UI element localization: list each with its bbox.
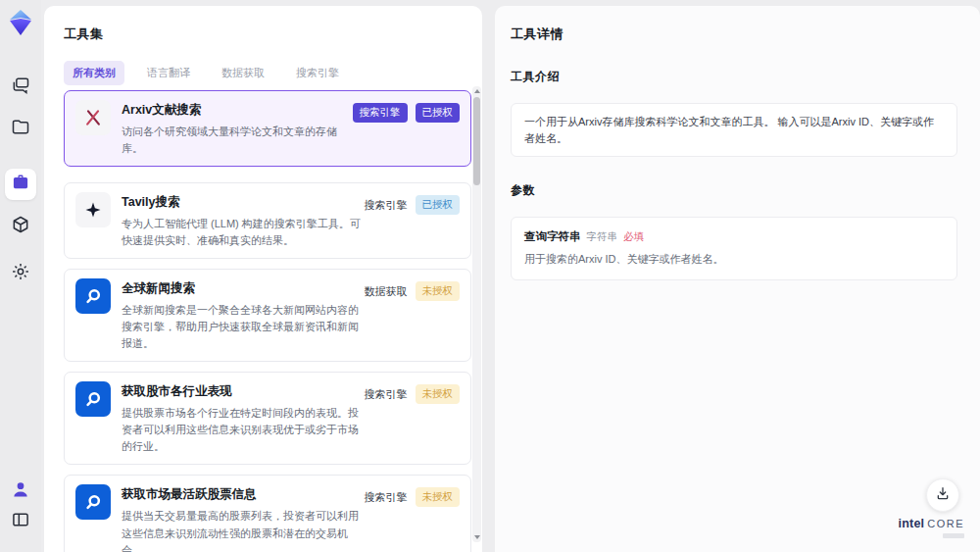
tab-all-categories[interactable]: 所有类别 bbox=[64, 61, 124, 85]
page-title: 工具集 bbox=[64, 25, 104, 43]
param-description: 用于搜索的Arxiv ID、关键字或作者姓名。 bbox=[524, 252, 944, 267]
blue-magnifier-icon bbox=[75, 484, 111, 520]
intro-text: 一个用于从Arxiv存储库搜索科学论文和文章的工具。 输入可以是Arxiv ID… bbox=[524, 114, 944, 146]
intel-core-logo: intelCORE bbox=[899, 515, 964, 538]
blue-magnifier-icon bbox=[75, 278, 111, 314]
param-name: 查询字符串 bbox=[524, 229, 581, 244]
tool-card-tavily[interactable]: Tavily搜索 专为人工智能代理 (LLM) 构建的搜索引擎工具。可快速提供实… bbox=[64, 182, 471, 259]
sidebar-rail bbox=[0, 0, 41, 552]
category-badge: 搜索引擎 bbox=[353, 103, 408, 123]
scrollbar-down-arrow-icon[interactable] bbox=[474, 535, 480, 539]
tool-name: 全球新闻搜索 bbox=[122, 280, 365, 297]
toolbox-icon bbox=[11, 173, 30, 196]
param-box: 查询字符串 字符串 必填 用于搜索的Arxiv ID、关键字或作者姓名。 bbox=[511, 217, 957, 280]
category-label: 搜索引擎 bbox=[365, 384, 408, 405]
chat-icon bbox=[11, 75, 30, 95]
tool-list: Arxiv文献搜索 访问各个研究领域大量科学论文和文章的存储库。 搜索引擎 已授… bbox=[64, 90, 471, 552]
tab-data-fetching[interactable]: 数据获取 bbox=[213, 61, 273, 85]
list-scrollbar[interactable] bbox=[472, 86, 481, 542]
category-label: 搜索引擎 bbox=[365, 487, 408, 508]
cube-icon bbox=[11, 215, 30, 234]
scrollbar-up-arrow-icon[interactable] bbox=[474, 89, 480, 93]
status-badge: 未授权 bbox=[416, 487, 461, 507]
category-label: 数据获取 bbox=[365, 281, 408, 302]
category-label: 搜索引擎 bbox=[365, 195, 408, 216]
tool-card-arxiv[interactable]: Arxiv文献搜索 访问各个研究领域大量科学论文和文章的存储库。 搜索引擎 已授… bbox=[64, 90, 471, 167]
sidebar-item-tools[interactable] bbox=[5, 169, 36, 200]
scrollbar-thumb[interactable] bbox=[473, 97, 480, 185]
sidebar-item-files[interactable] bbox=[10, 116, 31, 137]
sparkle-star-icon bbox=[75, 192, 111, 227]
status-badge: 未授权 bbox=[416, 384, 461, 404]
status-badge: 已授权 bbox=[416, 195, 461, 215]
category-tabs: 所有类别 语言翻译 数据获取 搜索引擎 bbox=[64, 61, 348, 85]
app-logo-icon[interactable] bbox=[8, 8, 33, 41]
tool-name: Tavily搜索 bbox=[122, 194, 365, 211]
tool-name: 获取市场最活跃股票信息 bbox=[122, 486, 365, 503]
sidebar-item-settings[interactable] bbox=[10, 261, 31, 282]
user-icon bbox=[11, 479, 30, 499]
arxiv-logo-icon bbox=[75, 100, 111, 135]
panel-layout-icon bbox=[11, 510, 30, 529]
tool-card-stock-sectors[interactable]: 获取股市各行业表现 提供股票市场各个行业在特定时间段内的表现。投资者可以利用这些… bbox=[64, 372, 471, 465]
intro-heading: 工具介绍 bbox=[511, 69, 957, 85]
params-heading: 参数 bbox=[511, 182, 957, 199]
sidebar-item-account[interactable] bbox=[10, 478, 31, 500]
tab-search-engine[interactable]: 搜索引擎 bbox=[287, 61, 348, 85]
intro-box: 一个用于从Arxiv存储库搜索科学论文和文章的工具。 输入可以是Arxiv ID… bbox=[511, 103, 957, 157]
core-brand-text: CORE bbox=[927, 518, 964, 529]
tool-description: 提供股票市场各个行业在特定时间段内的表现。投资者可以利用这些信息来识别表现优于或… bbox=[122, 405, 363, 455]
tool-description: 访问各个研究领域大量科学论文和文章的存储库。 bbox=[122, 124, 353, 157]
intel-brand-text: intel bbox=[899, 517, 925, 530]
param-type: 字符串 bbox=[587, 230, 618, 244]
sidebar-item-chat[interactable] bbox=[10, 75, 31, 96]
folder-icon bbox=[11, 117, 30, 136]
status-badge: 未授权 bbox=[416, 281, 461, 301]
blue-magnifier-icon bbox=[75, 381, 111, 417]
tool-description: 专为人工智能代理 (LLM) 构建的搜索引擎工具。可快速提供实时、准确和真实的结… bbox=[122, 216, 363, 249]
param-required-flag: 必填 bbox=[623, 230, 644, 244]
intel-sub-badge bbox=[943, 533, 964, 538]
tool-card-global-news[interactable]: 全球新闻搜索 全球新闻搜索是一个聚合全球各大新闻网站内容的搜索引擎，帮助用户快速… bbox=[64, 269, 471, 362]
tool-description: 提供当天交易量最高的股票列表，投资者可以利用这些信息来识别流动性强的股票和潜在的… bbox=[122, 508, 363, 552]
tool-name: 获取股市各行业表现 bbox=[122, 383, 365, 400]
download-icon bbox=[935, 485, 951, 505]
tool-detail-panel: 工具详情 工具介绍 一个用于从Arxiv存储库搜索科学论文和文章的工具。 输入可… bbox=[495, 6, 980, 552]
detail-title: 工具详情 bbox=[511, 25, 957, 43]
toolset-panel: 工具集 所有类别 语言翻译 数据获取 搜索引擎 Arxiv文献搜索 访问各个研究… bbox=[44, 6, 482, 552]
tool-name: Arxiv文献搜索 bbox=[122, 102, 353, 119]
tab-language-translation[interactable]: 语言翻译 bbox=[138, 61, 199, 85]
sidebar-item-packages[interactable] bbox=[10, 214, 31, 235]
status-badge: 已授权 bbox=[416, 103, 461, 123]
tool-description: 全球新闻搜索是一个聚合全球各大新闻网站内容的搜索引擎，帮助用户快速获取全球最新资… bbox=[122, 302, 363, 352]
tool-card-active-stocks[interactable]: 获取市场最活跃股票信息 提供当天交易量最高的股票列表，投资者可以利用这些信息来识… bbox=[64, 475, 471, 552]
download-button[interactable] bbox=[926, 478, 959, 512]
gear-icon bbox=[11, 262, 30, 281]
sidebar-item-panel-toggle[interactable] bbox=[10, 509, 31, 530]
